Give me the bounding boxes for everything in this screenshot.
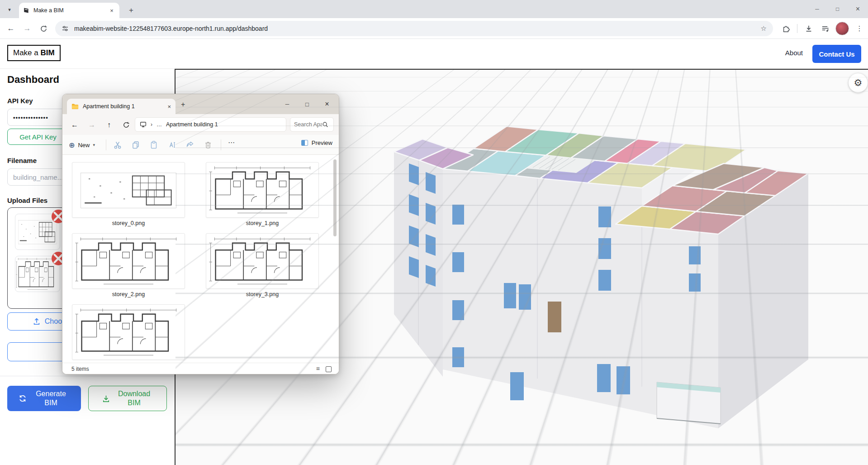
- extensions-button[interactable]: [781, 23, 792, 34]
- generate-bim-button[interactable]: Generate BIM: [7, 386, 81, 411]
- breadcrumb-chevron-icon[interactable]: ›: [151, 121, 152, 128]
- contact-us-button[interactable]: Contact Us: [812, 45, 861, 63]
- tab-title: Make a BIM: [33, 7, 104, 14]
- download-bim-button[interactable]: Download BIM: [88, 386, 167, 411]
- this-pc-icon: [140, 121, 147, 128]
- explorer-file-grid[interactable]: storey_0.png storey_1.png storey_2.png s…: [62, 155, 339, 363]
- entrance-ramp: [657, 382, 721, 424]
- back-button[interactable]: ←: [5, 23, 16, 34]
- site-favicon-icon: [23, 7, 30, 14]
- explorer-address-bar[interactable]: › … Apartment building 1: [135, 117, 286, 132]
- floor-plan-thumbnail: [208, 164, 317, 216]
- explorer-new-tab-button[interactable]: +: [181, 101, 185, 109]
- list-view-icon[interactable]: ≡: [316, 365, 320, 372]
- upload-files-label: Upload Files: [7, 197, 47, 204]
- explorer-tab[interactable]: Apartment building 1 ×: [67, 99, 175, 114]
- scrollbar-thumb[interactable]: [333, 159, 337, 236]
- explorer-up-button[interactable]: ↑: [104, 120, 114, 130]
- upload-icon: [33, 317, 41, 326]
- explorer-minimize-button[interactable]: ─: [277, 94, 297, 114]
- thumbnail-view-icon[interactable]: [326, 366, 332, 372]
- explorer-titlebar[interactable]: Apartment building 1 × + ─ □ ×: [62, 94, 339, 114]
- reload-icon: [40, 25, 47, 33]
- file-name[interactable]: storey_1.png: [206, 220, 319, 226]
- breadcrumb-current-folder[interactable]: Apartment building 1: [166, 121, 218, 128]
- api-key-label: API Key: [7, 97, 33, 105]
- download-bim-label: Download BIM: [115, 389, 154, 407]
- logo-text-bold: BIM: [40, 48, 54, 57]
- browser-menu-button[interactable]: ⋮: [855, 23, 864, 34]
- cut-button[interactable]: [113, 140, 122, 149]
- url-text: makeabim-website-122548177603.europe-nor…: [74, 25, 755, 32]
- delete-button[interactable]: [204, 140, 213, 149]
- reload-button[interactable]: [38, 23, 49, 34]
- browser-tab-strip: ▾ Make a BIM × + ─ □ ×: [0, 0, 868, 18]
- share-button[interactable]: [185, 140, 194, 149]
- sync-icon: [18, 394, 27, 403]
- floor-plan-thumbnail: [208, 235, 317, 287]
- url-bar[interactable]: makeabim-website-122548177603.europe-nor…: [55, 21, 773, 36]
- copy-button[interactable]: [131, 140, 140, 149]
- item-count: 5 items: [71, 366, 89, 372]
- new-tab-button[interactable]: +: [125, 4, 138, 17]
- file-item[interactable]: [72, 304, 185, 360]
- explorer-forward-button[interactable]: →: [87, 120, 97, 130]
- file-explorer-window[interactable]: Apartment building 1 × + ─ □ × ← → ↑ › ……: [62, 94, 339, 374]
- get-api-key-button[interactable]: Get API Key: [7, 129, 69, 145]
- plus-circle-icon: ⊕: [69, 141, 75, 149]
- app-logo[interactable]: Make a BIM: [7, 45, 61, 61]
- new-label: New: [78, 142, 90, 149]
- file-item[interactable]: [206, 162, 319, 218]
- see-more-button[interactable]: ⋯: [228, 139, 235, 147]
- viewport-settings-button[interactable]: ⚙: [849, 73, 868, 92]
- explorer-navbar: ← → ↑ › … Apartment building 1: [62, 114, 339, 135]
- file-name[interactable]: storey_0.png: [72, 220, 185, 226]
- explorer-refresh-button[interactable]: [121, 120, 131, 130]
- browser-toolbar: ← → makeabim-website-122548177603.europe…: [0, 18, 868, 39]
- explorer-tab-title: Apartment building 1: [83, 103, 163, 110]
- uploaded-file-thumbnail[interactable]: [15, 256, 60, 292]
- forward-button[interactable]: →: [22, 23, 33, 34]
- browser-tab[interactable]: Make a BIM ×: [19, 3, 119, 18]
- tab-search-button[interactable]: ▾: [4, 4, 15, 15]
- download-icon: [102, 394, 110, 403]
- file-item[interactable]: [72, 162, 185, 218]
- page-title: Dashboard: [7, 74, 59, 86]
- breadcrumb-more-icon[interactable]: …: [157, 121, 162, 128]
- downloads-button[interactable]: [803, 23, 814, 34]
- logo-text: Make a: [13, 48, 38, 57]
- app-header: Make a BIM About Contact Us: [0, 39, 868, 69]
- browser-maximize-button[interactable]: □: [827, 0, 848, 18]
- playlist-icon: [821, 24, 830, 33]
- explorer-back-button[interactable]: ←: [70, 120, 80, 130]
- new-item-button[interactable]: ⊕ New ▾: [69, 139, 95, 151]
- file-item[interactable]: [206, 233, 319, 289]
- bookmark-star-icon[interactable]: ☆: [761, 24, 767, 33]
- rename-button[interactable]: [167, 140, 176, 149]
- profile-avatar[interactable]: [835, 22, 849, 35]
- floor-plan-thumbnail: [74, 306, 183, 358]
- sidebar-divider: [0, 376, 175, 376]
- explorer-maximize-button[interactable]: □: [297, 94, 317, 114]
- about-link[interactable]: About: [785, 49, 803, 57]
- file-name[interactable]: storey_2.png: [72, 291, 185, 297]
- chevron-down-icon: ▾: [8, 7, 11, 13]
- building-door: [548, 302, 561, 332]
- floor-plan-thumbnail: [74, 164, 183, 216]
- explorer-close-button[interactable]: ×: [317, 94, 337, 114]
- tab-close-icon[interactable]: ×: [108, 6, 116, 14]
- explorer-search-input[interactable]: [294, 121, 322, 128]
- media-controls-button[interactable]: [820, 23, 830, 34]
- file-name[interactable]: storey_3.png: [206, 291, 319, 297]
- floor-plan-thumbnail: [74, 235, 183, 287]
- browser-minimize-button[interactable]: ─: [807, 0, 827, 18]
- browser-close-button[interactable]: ×: [848, 0, 868, 18]
- folder-icon: [71, 103, 79, 110]
- paste-button[interactable]: [149, 140, 158, 149]
- explorer-tab-close-icon[interactable]: ×: [167, 103, 171, 110]
- preview-toggle[interactable]: Preview: [301, 139, 332, 146]
- file-item[interactable]: [72, 233, 185, 289]
- preview-label: Preview: [312, 139, 332, 146]
- toolbar-separator: [221, 139, 221, 150]
- explorer-search-box[interactable]: [290, 117, 334, 132]
